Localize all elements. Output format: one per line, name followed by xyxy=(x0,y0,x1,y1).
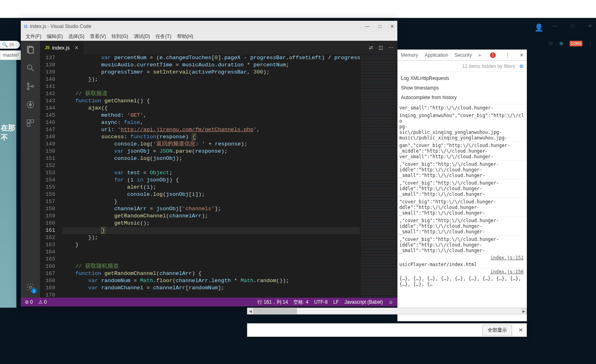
console-source-link[interactable]: usicPlayer-master/index.html xyxy=(399,261,525,269)
compare-changes-icon[interactable]: ⇄ xyxy=(369,45,373,50)
devtools-tab-memory[interactable]: Memory xyxy=(401,52,418,58)
menu-item[interactable]: 查看(V) xyxy=(88,33,108,40)
menu-item[interactable]: 任务(T) xyxy=(153,33,173,40)
console-filter-bar: 12 items hidden by filters ⚙ xyxy=(398,61,527,72)
devtools-tab-application[interactable]: Application xyxy=(425,52,448,58)
scroll-left-arrow-icon[interactable]: ◀ xyxy=(247,308,253,314)
vscode-maximize-icon[interactable]: □ xyxy=(379,24,381,29)
devtools-more-tabs-icon[interactable]: » xyxy=(478,52,481,58)
console-message: ,"cover_big":"http:\/\/cloud.hunger- idd… xyxy=(399,217,525,236)
show-all-button[interactable]: 全部显示 xyxy=(482,325,512,336)
status-errors[interactable]: ⊘ 0 xyxy=(25,299,33,305)
svg-line-3 xyxy=(32,69,34,72)
scroll-right-arrow-icon[interactable]: ▶ xyxy=(521,308,526,314)
devtools-panel: Memory Application Security » 1 ⋮ ✕ 12 i… xyxy=(397,50,527,321)
horizontal-scrollbar[interactable]: ◀ ▶ xyxy=(247,308,527,314)
status-eol[interactable]: LF xyxy=(333,299,339,305)
editor-area: JS index.js ✕ ⇄ ◫ ⋯ 13713813914014114214… xyxy=(40,41,397,298)
cors-extension-icon[interactable]: CORS xyxy=(570,41,582,46)
menu-item[interactable]: 帮助(H) xyxy=(175,33,196,40)
chrome-window-controls: 👤 — □ ✕ xyxy=(534,23,593,32)
settings-gear-icon[interactable]: 1 xyxy=(26,282,35,292)
code-content[interactable]: var percentNum = (e.changedTouches[0].pa… xyxy=(62,54,360,298)
console-message: gan","cover_big":"http:\/\/cloud.hunger-… xyxy=(399,142,525,161)
console-option[interactable]: Log XMLHttpRequests xyxy=(401,74,524,83)
console-source-link[interactable]: index.js:151 xyxy=(399,255,525,261)
devtools-menu-icon[interactable]: ⋮ xyxy=(505,52,510,58)
code-editor[interactable]: 1371381391401411421431441451461471481491… xyxy=(40,54,397,298)
console-option[interactable]: Show timestamps xyxy=(401,83,524,93)
console-message: ,"cover_big":"http:\/\/cloud.hunger- idd… xyxy=(399,179,525,198)
vscode-titlebar[interactable]: ⧉ index.js - Visual Studio Code — □ ✕ xyxy=(21,21,397,32)
scroll-thumb[interactable] xyxy=(253,308,297,314)
status-warnings[interactable]: ⚠ 0 xyxy=(38,299,47,305)
minimap[interactable] xyxy=(360,54,397,298)
toast-close-icon[interactable]: ✕ xyxy=(518,327,523,333)
extensions-icon[interactable] xyxy=(26,118,35,128)
source-control-icon[interactable] xyxy=(26,82,35,91)
menu-item[interactable]: 文件(F) xyxy=(23,33,44,40)
filter-hidden-text: 12 items hidden by filters xyxy=(462,64,515,69)
devtools-close-icon[interactable]: ✕ xyxy=(520,52,524,58)
close-icon[interactable]: ✕ xyxy=(587,23,593,32)
activity-bar: 1 xyxy=(21,41,40,298)
status-cursor-position[interactable]: 行 161，列 14 xyxy=(257,299,288,306)
status-indentation[interactable]: 空格: 4 xyxy=(293,299,308,306)
split-editor-icon[interactable]: ◫ xyxy=(379,45,383,50)
svg-rect-11 xyxy=(31,120,34,123)
console-settings-icon[interactable]: ⚙ xyxy=(519,64,524,69)
console-object-row[interactable]: {…}, {…}, {…}, {…}, {…}, {…}, {…}, {…}, … xyxy=(399,275,525,288)
menu-item[interactable]: 转到(G) xyxy=(109,33,130,40)
vscode-window: ⧉ index.js - Visual Studio Code — □ ✕ 文件… xyxy=(21,21,397,306)
editor-actions: ⇄ ◫ ⋯ xyxy=(369,41,397,54)
svg-rect-10 xyxy=(27,120,30,123)
console-message: ,"cover_big":"http:\/\/cloud.hunger- idd… xyxy=(399,236,525,255)
vscode-logo-icon: ⧉ xyxy=(24,24,28,29)
menu-item[interactable]: 选择(S) xyxy=(66,33,87,40)
chrome-menu-icon[interactable]: ⋮ xyxy=(588,41,593,46)
console-message: ,"cover_big":"http:\/\/cloud.hunger- idd… xyxy=(399,161,525,179)
debug-icon[interactable] xyxy=(26,100,35,109)
console-settings-options: Log XMLHttpRequestsShow timestampsAutoco… xyxy=(398,72,527,104)
user-avatar-icon[interactable]: 👤 xyxy=(534,23,540,32)
svg-rect-12 xyxy=(27,123,30,126)
menu-item[interactable]: 调试(D) xyxy=(132,33,153,40)
more-actions-icon[interactable]: ⋯ xyxy=(389,45,393,50)
error-count-badge: 1 xyxy=(490,52,496,58)
console-option[interactable]: Autocomplete from history xyxy=(401,93,524,102)
vscode-title-text: index.js - Visual Studio Code xyxy=(30,24,91,29)
devtools-tab-security[interactable]: Security xyxy=(454,52,472,58)
notification-toast: 全部显示 ✕ xyxy=(247,323,527,337)
vscode-menubar[interactable]: 文件(F)编辑(E)选择(S)查看(V)转到(G)调试(D)任务(T)帮助(H) xyxy=(21,32,397,41)
console-message: "cover_big":"http:\/\/cloud.hunger- ddle… xyxy=(399,198,525,217)
tab-filename: index.js xyxy=(52,45,70,51)
bookmark-star-icon[interactable]: ☆ xyxy=(548,40,553,47)
line-gutter: 1371381391401411421431441451461471481491… xyxy=(40,54,62,298)
devtools-tabbar: Memory Application Security » 1 ⋮ ✕ xyxy=(398,50,527,61)
js-file-icon: JS xyxy=(45,46,50,50)
vscode-window-controls: — □ ✕ xyxy=(365,24,394,29)
editor-tabs: JS index.js ✕ ⇄ ◫ ⋯ xyxy=(40,41,397,54)
console-source-link[interactable]: index.js:156 xyxy=(399,269,525,275)
devtools-error-badge[interactable]: 1 xyxy=(490,52,496,58)
status-encoding[interactable]: UTF-8 xyxy=(314,299,328,305)
console-output[interactable]: ver_small":"http:\/\/cloud.hunger-inqing… xyxy=(398,104,527,321)
status-bar: ⊘ 0 ⚠ 0 行 161，列 14 空格: 4 UTF-8 LF Javasc… xyxy=(21,298,397,306)
status-feedback-icon[interactable]: ☺ xyxy=(389,299,393,305)
react-devtools-icon[interactable]: ⚛ xyxy=(559,40,564,47)
explorer-icon[interactable] xyxy=(26,45,35,54)
svg-rect-1 xyxy=(28,48,33,54)
console-message: ver_small":"http:\/\/cloud.hunger- xyxy=(399,104,525,112)
vscode-close-icon[interactable]: ✕ xyxy=(390,24,394,29)
url-fragment: master/ xyxy=(0,50,22,60)
tab-close-icon[interactable]: ✕ xyxy=(74,45,79,51)
vscode-minimize-icon[interactable]: — xyxy=(365,24,370,29)
status-language[interactable]: Javascript (Babel) xyxy=(345,299,383,305)
maximize-icon[interactable]: □ xyxy=(570,23,575,32)
search-icon[interactable] xyxy=(26,63,35,73)
menu-item[interactable]: 编辑(E) xyxy=(44,33,65,40)
minimize-icon[interactable]: — xyxy=(552,23,558,32)
search-engine-fragment[interactable]: 🔍36 xyxy=(0,41,20,49)
tab-index-js[interactable]: JS index.js ✕ xyxy=(40,41,84,54)
background-page-panel: 在那不 xyxy=(0,60,16,308)
